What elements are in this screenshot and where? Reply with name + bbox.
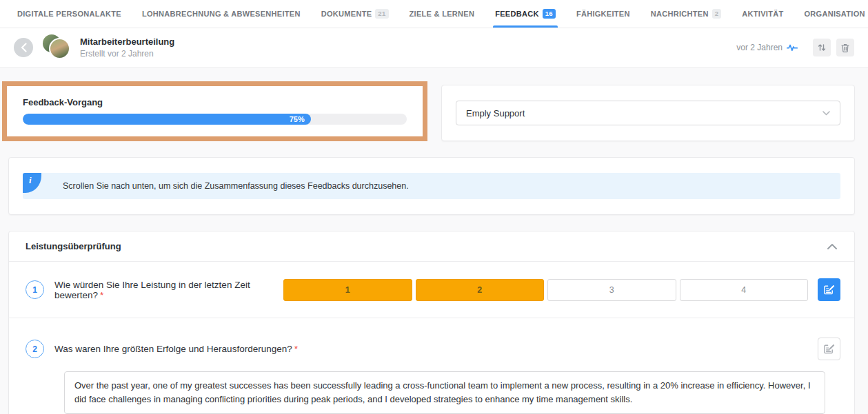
tab-label: DIGITALE PERSONALAKTE xyxy=(17,10,121,18)
avatar xyxy=(43,34,73,61)
tab-digitale-personalakte[interactable]: DIGITALE PERSONALAKTE xyxy=(7,0,132,28)
edit-note-icon xyxy=(823,343,835,355)
tab-nachrichten[interactable]: NACHRICHTEN 2 xyxy=(640,0,732,28)
dokumente-count-badge: 21 xyxy=(375,9,388,18)
edit-answer-button[interactable] xyxy=(818,278,840,301)
nachrichten-count-badge: 2 xyxy=(712,9,722,18)
feedback-progress-card: Feedback-Vorgang 75% xyxy=(2,81,427,141)
page-header: Mitarbeiterbeurteilung Erstellt vor 2 Ja… xyxy=(0,28,868,68)
progress-bar-fill: 75% xyxy=(23,114,311,125)
rating-option-1[interactable]: 1 xyxy=(283,279,412,301)
tab-organisation[interactable]: ORGANISATION xyxy=(794,0,868,28)
question-text: Wie würden Sie Ihre Leistung in der letz… xyxy=(54,280,283,300)
sort-arrows-icon xyxy=(818,43,826,52)
activity-pulse-icon xyxy=(787,43,798,52)
page-subtitle: Erstellt vor 2 Jahren xyxy=(80,49,174,59)
assignee-card: Emply Support xyxy=(441,85,855,141)
delete-button[interactable] xyxy=(836,39,854,56)
tab-faehigkeiten[interactable]: FÄHIGKEITEN xyxy=(566,0,640,28)
tab-feedback[interactable]: FEEDBACK 16 xyxy=(485,0,566,28)
rating-option-3[interactable]: 3 xyxy=(547,279,676,301)
rating-option-4[interactable]: 4 xyxy=(680,279,809,301)
section-title: Leistungsüberprüfung xyxy=(26,241,121,251)
tab-label: NACHRICHTEN xyxy=(651,10,709,18)
tab-label: LOHNABRECHNUNG & ABWESENHEITEN xyxy=(142,10,301,18)
avatar-primary xyxy=(49,38,70,59)
reorder-button[interactable] xyxy=(813,39,831,56)
question-number: 1 xyxy=(26,280,44,299)
progress-percent-label: 75% xyxy=(290,115,311,123)
top-navigation: DIGITALE PERSONALAKTE LOHNABRECHNUNG & A… xyxy=(0,0,868,28)
tab-label: FÄHIGKEITEN xyxy=(576,10,630,18)
feedback-count-badge: 16 xyxy=(543,9,556,18)
tab-dokumente[interactable]: DOKUMENTE 21 xyxy=(311,0,399,28)
info-banner: i Scrollen Sie nach unten, um sich die Z… xyxy=(23,173,840,199)
back-button[interactable] xyxy=(14,38,33,57)
rating-option-2[interactable]: 2 xyxy=(416,279,545,301)
chevron-down-icon xyxy=(822,111,830,116)
progress-bar-track: 75% xyxy=(23,114,407,125)
required-asterisk: * xyxy=(100,290,103,300)
chevron-left-icon xyxy=(21,43,27,52)
tab-label: FEEDBACK xyxy=(495,10,539,18)
tab-label: AKTIVITÄT xyxy=(742,10,783,18)
question-row-2: 2 Was waren Ihre größten Erfolge und Her… xyxy=(9,318,854,414)
question-row-1: 1 Wie würden Sie Ihre Leistung in der le… xyxy=(9,262,854,318)
tab-aktivitaet[interactable]: AKTIVITÄT xyxy=(731,0,794,28)
info-banner-text: Scrollen Sie nach unten, um sich die Zus… xyxy=(63,181,409,191)
tab-ziele-lernen[interactable]: ZIELE & LERNEN xyxy=(399,0,485,28)
collapse-chevron-up-icon[interactable] xyxy=(827,243,838,250)
last-activity-timestamp: vor 2 Jahren xyxy=(736,43,798,52)
edit-answer-button[interactable] xyxy=(818,338,840,360)
progress-label: Feedback-Vorgang xyxy=(23,97,407,107)
required-asterisk: * xyxy=(294,344,298,354)
assignee-select-value: Emply Support xyxy=(466,108,525,118)
edit-note-icon xyxy=(823,284,835,296)
rating-scale: 1 2 3 4 xyxy=(283,279,808,301)
tab-label: ORGANISATION xyxy=(804,10,865,18)
questionnaire-card: Leistungsüberprüfung 1 Wie würden Sie Ih… xyxy=(8,231,855,414)
answer-textarea[interactable]: Over the past year, one of my greatest s… xyxy=(64,371,825,414)
trash-icon xyxy=(841,43,849,52)
info-icon: i xyxy=(23,173,41,193)
question-text: Was waren Ihre größten Erfolge und Herau… xyxy=(54,344,298,354)
tab-label: DOKUMENTE xyxy=(321,10,372,18)
timestamp-text: vor 2 Jahren xyxy=(736,43,783,52)
section-header: Leistungsüberprüfung xyxy=(9,231,854,262)
page-title: Mitarbeiterbeurteilung xyxy=(80,37,174,47)
question-number: 2 xyxy=(26,340,44,358)
tab-lohnabrechnung-abwesenheiten[interactable]: LOHNABRECHNUNG & ABWESENHEITEN xyxy=(132,0,311,28)
tab-label: ZIELE & LERNEN xyxy=(410,10,475,18)
assignee-select[interactable]: Emply Support xyxy=(456,101,840,125)
info-card: i Scrollen Sie nach unten, um sich die Z… xyxy=(8,157,855,215)
